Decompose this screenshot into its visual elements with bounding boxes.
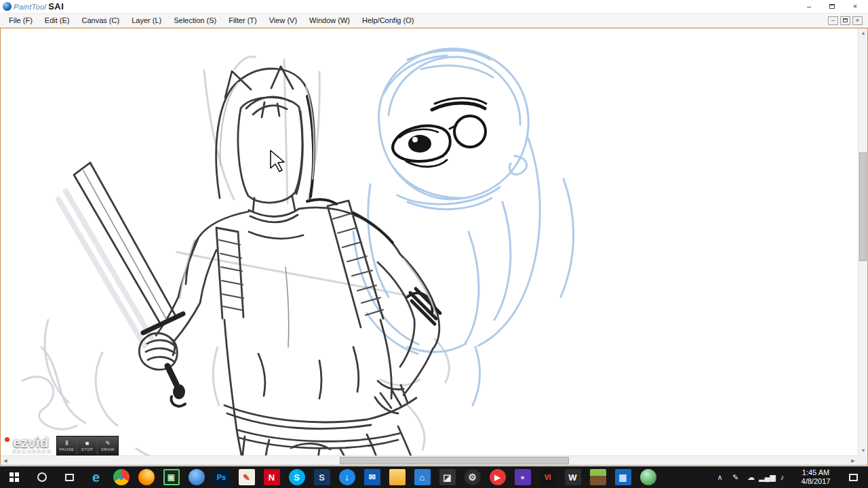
system-tray: ∧ ✎ ☁ ▂▄▆ ♪ 1:45 AM 4/8/2017: [712, 466, 868, 488]
vertical-scrollbar-thumb[interactable]: [859, 152, 867, 261]
task-view-icon: [65, 474, 74, 481]
volume-icon[interactable]: ♪: [774, 473, 790, 481]
sketch-drawing: [1, 28, 858, 455]
task-view-button[interactable]: [56, 466, 83, 488]
minecraft-icon[interactable]: [585, 466, 610, 488]
scroll-left-icon[interactable]: ◀: [1, 456, 10, 466]
mail-app-icon[interactable]: ✉: [359, 466, 384, 488]
titlebar: PaintTool SAI – ×: [0, 0, 868, 13]
app-glyph-icon: ●: [113, 469, 130, 485]
stop-label: STOP: [81, 447, 94, 451]
draw-button[interactable]: ✎ DRAW: [98, 436, 118, 455]
wikipedia-icon[interactable]: W: [560, 466, 585, 488]
menu-edit[interactable]: Edit (E): [39, 14, 76, 27]
blue-grid-app-icon[interactable]: ▦: [610, 466, 635, 488]
menu-layer[interactable]: Layer (L): [125, 14, 167, 27]
pause-button[interactable]: Ⅱ PAUSE: [57, 436, 77, 455]
chrome-icon[interactable]: ●: [108, 466, 134, 488]
ezvid-recorder-active-icon[interactable]: ▣: [159, 466, 184, 488]
action-center-button[interactable]: [842, 474, 865, 481]
painttool-sai-window: PaintTool SAI – × File (F) Edit (E) Canv…: [0, 0, 868, 466]
scroll-up-icon[interactable]: ▲: [859, 28, 868, 38]
app-glyph-icon: [640, 469, 656, 485]
app-logo-icon: [3, 2, 12, 11]
green-app-icon[interactable]: [635, 466, 660, 488]
taskbar: e ● ▣ Ps ✎ N S S: [0, 466, 868, 488]
app-glyph-icon: Ps: [214, 469, 230, 485]
settings-gear-icon[interactable]: ⚙: [460, 466, 485, 488]
photoshop-icon[interactable]: Ps: [209, 466, 234, 488]
mouse-cursor: [271, 150, 284, 171]
menubar: File (F) Edit (E) Canvas (C) Layer (L) S…: [0, 13, 868, 28]
window-controls: – ×: [797, 1, 867, 12]
pause-label: PAUSE: [60, 447, 75, 451]
document-close-button[interactable]: ×: [852, 16, 863, 25]
media-play-icon[interactable]: ▶: [485, 466, 510, 488]
app-glyph-icon: S: [314, 469, 330, 485]
app-glyph-icon: [189, 469, 205, 485]
ezvid-logo: ezvid RECORDER: [3, 436, 56, 455]
menu-filter[interactable]: Filter (T): [222, 14, 263, 27]
clock-date: 4/8/2017: [793, 477, 839, 486]
document-minimize-button[interactable]: –: [828, 16, 838, 25]
restore-icon: [829, 4, 835, 9]
download-app-icon[interactable]: ↓: [334, 466, 359, 488]
clapperboard-icon[interactable]: ◪: [435, 466, 460, 488]
firefox-icon[interactable]: [134, 466, 159, 488]
pen-tray-icon[interactable]: ✎: [728, 473, 743, 482]
document-window-controls: – ×: [828, 16, 863, 25]
recording-dot-icon: [5, 437, 9, 442]
file-explorer-icon[interactable]: [384, 466, 410, 488]
taskbar-clock[interactable]: 1:45 AM 4/8/2017: [793, 468, 839, 486]
app-glyph-icon: e: [88, 469, 104, 485]
canvas[interactable]: ezvid RECORDER Ⅱ PAUSE ■ STOP ✎ DRAW: [1, 28, 858, 455]
document-area: ezvid RECORDER Ⅱ PAUSE ■ STOP ✎ DRAW: [0, 28, 868, 466]
cortana-button[interactable]: [28, 466, 56, 488]
draw-label: DRAW: [101, 447, 115, 451]
menu-file[interactable]: File (F): [3, 14, 39, 27]
minimize-button[interactable]: –: [797, 1, 821, 12]
horizontal-scrollbar[interactable]: ◀ ▶: [1, 455, 858, 465]
store-icon[interactable]: ⌂: [410, 466, 435, 488]
close-button[interactable]: ×: [844, 1, 867, 12]
onedrive-cloud-icon[interactable]: ☁: [743, 473, 759, 482]
scroll-right-icon[interactable]: ▶: [848, 456, 858, 466]
horizontal-scrollbar-thumb[interactable]: [340, 457, 569, 464]
blue-browser-icon[interactable]: [184, 466, 209, 488]
app-glyph-icon: ▶: [490, 469, 506, 485]
edge-icon[interactable]: e: [83, 466, 108, 488]
vertical-scrollbar[interactable]: ▲ ▼: [858, 28, 867, 455]
app-glyph-icon: ▦: [615, 469, 631, 485]
document-restore-button[interactable]: [840, 16, 850, 25]
menu-selection[interactable]: Selection (S): [167, 14, 222, 27]
start-button[interactable]: [0, 466, 28, 488]
menu-canvas[interactable]: Canvas (C): [76, 14, 126, 27]
app-glyph-icon: ↓: [339, 469, 355, 485]
app-glyph-icon: ⌂: [414, 469, 431, 485]
app-glyph-icon: [590, 469, 606, 485]
restore-button[interactable]: [821, 1, 844, 12]
hidden-icons-caret[interactable]: ∧: [712, 473, 728, 482]
painttool-sai-icon[interactable]: ✎: [234, 466, 259, 488]
purple-app-icon[interactable]: ●: [510, 466, 535, 488]
stop-button[interactable]: ■ STOP: [77, 436, 98, 455]
app-glyph-icon: ●: [515, 469, 531, 485]
n-app-icon[interactable]: N: [259, 466, 284, 488]
app-glyph-icon: ✎: [239, 469, 255, 485]
scroll-down-icon[interactable]: ▼: [859, 446, 868, 455]
network-icon[interactable]: ▂▄▆: [759, 473, 774, 482]
stop-icon: ■: [85, 441, 89, 447]
menu-window[interactable]: Window (W): [303, 14, 356, 27]
s-app-icon[interactable]: S: [309, 466, 334, 488]
app-glyph-icon: S: [289, 469, 305, 485]
app-title-paint: PaintTool: [14, 3, 46, 11]
windows-logo-icon: [9, 472, 14, 476]
menu-view[interactable]: View (V): [263, 14, 303, 27]
app-glyph-icon: [138, 469, 155, 485]
vi-app-icon[interactable]: VI: [535, 466, 560, 488]
draw-icon: ✎: [105, 441, 111, 447]
menu-helpconfig[interactable]: Help/Config (O): [356, 14, 420, 27]
app-glyph-icon: VI: [540, 469, 556, 485]
skype-icon[interactable]: S: [284, 466, 309, 488]
scrollbar-corner: [858, 455, 867, 465]
